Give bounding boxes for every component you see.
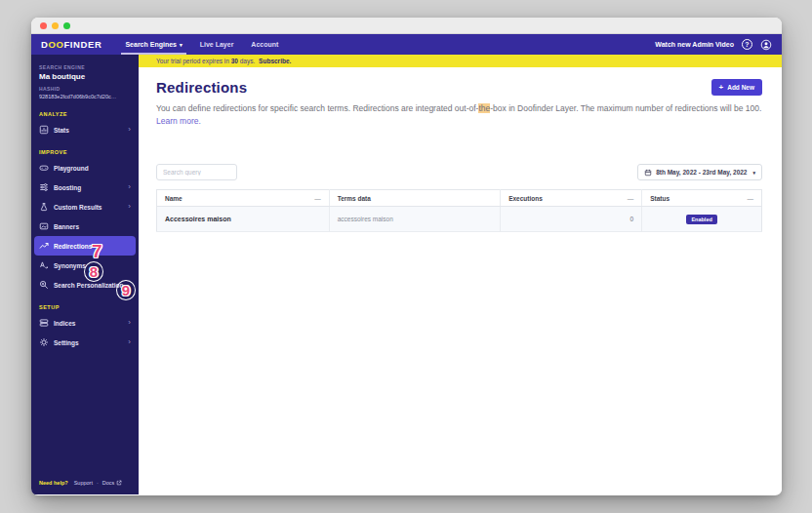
search-highlight: the [478, 103, 490, 113]
logo-rest: FINDER [63, 39, 102, 50]
section-header-setup: SETUP [31, 304, 139, 310]
stats-icon [39, 125, 49, 135]
profile-icon[interactable] [760, 39, 772, 51]
nav-live-layer[interactable]: Live Layer [200, 34, 234, 55]
macos-titlebar [31, 18, 782, 34]
nav-account[interactable]: Account [251, 34, 278, 55]
chevron-right-icon: › [128, 183, 131, 191]
minimize-window-button[interactable] [52, 22, 59, 29]
sidebar-item-indices[interactable]: Indices › [31, 313, 139, 333]
sidebar-item-label: Banners [54, 223, 131, 230]
chevron-right-icon: › [128, 203, 131, 211]
trial-days: 30 [231, 58, 238, 64]
description-text: You can define redirections for specific… [156, 103, 478, 113]
search-personalization-icon [39, 280, 49, 290]
sort-icon[interactable]: — [628, 195, 634, 202]
table-header-row: Name— Terms data Executions— Status— [157, 190, 762, 207]
trial-text-2: days. [238, 58, 257, 64]
sidebar-item-stats[interactable]: Stats › [31, 120, 139, 139]
column-header-name[interactable]: Name— [157, 190, 330, 207]
column-header-executions[interactable]: Executions— [501, 190, 642, 207]
hashid-value: 928183e2fcd7d06b9c0c7d20c… [39, 94, 131, 99]
nav-label: Search Engines [125, 41, 177, 48]
sidebar-item-custom-results[interactable]: Custom Results › [31, 197, 139, 217]
learn-more-link[interactable]: Learn more. [156, 116, 201, 126]
row-name-cell: Accessoires maison [157, 207, 330, 232]
watch-admin-video-link[interactable]: Watch new Admin Video [655, 41, 734, 48]
table-row[interactable]: Accessoires maison accessoires maison 0 … [157, 207, 762, 232]
custom-results-icon [39, 202, 49, 212]
docs-label: Docs [102, 480, 115, 486]
hashid-label: HASHID [39, 86, 131, 92]
plus-icon: + [719, 83, 724, 92]
annotation-marker-7: 7 [92, 242, 102, 260]
indices-icon [39, 318, 49, 328]
search-engine-label: SEARCH ENGINE [39, 64, 131, 70]
search-engine-name: Ma boutique [39, 72, 131, 81]
doofinder-logo[interactable]: DOOFINDER [41, 39, 102, 50]
column-label: Terms data [338, 195, 371, 202]
date-range-picker[interactable]: 8th May, 2022 - 23rd May, 2022 ▾ [637, 164, 762, 180]
sidebar-item-label: Playground [54, 165, 131, 172]
sidebar-item-label: Indices [54, 320, 123, 327]
banners-icon [39, 221, 49, 231]
chevron-right-icon: › [128, 319, 131, 327]
trial-banner: Your trial period expires in 30 days. Su… [139, 55, 782, 67]
sidebar-item-label: Custom Results [54, 204, 123, 211]
row-executions-cell: 0 [501, 207, 642, 232]
sidebar-item-label: Stats [54, 127, 123, 134]
close-window-button[interactable] [40, 22, 47, 29]
settings-icon [39, 337, 49, 347]
sidebar-item-playground[interactable]: Playground [31, 158, 139, 178]
docs-link[interactable]: Docs [102, 480, 123, 486]
sidebar-item-redirections[interactable]: Redirections [34, 236, 136, 256]
add-new-button[interactable]: + Add New [711, 79, 762, 96]
sidebar-item-boosting[interactable]: Boosting › [31, 178, 139, 197]
date-range-label: 8th May, 2022 - 23rd May, 2022 [656, 169, 747, 176]
redirections-icon [39, 241, 49, 251]
sidebar-item-label: Boosting [54, 184, 123, 191]
column-label: Status [650, 195, 670, 202]
chevron-down-icon: ▾ [180, 42, 183, 48]
sidebar-item-settings[interactable]: Settings › [31, 333, 139, 352]
subscribe-link[interactable]: Subscribe. [259, 58, 291, 64]
sidebar-item-label: Settings [54, 339, 123, 346]
description-text-2: -box in Doofinder Layer. The maximum num… [490, 103, 761, 113]
main-panel: Your trial period expires in 30 days. Su… [139, 55, 782, 494]
sidebar-menu: ANALYZE Stats › IMPROVE Playground [31, 111, 139, 352]
page-description: You can define redirections for specific… [156, 102, 762, 128]
footer-separator: · [97, 480, 99, 486]
page-title: Redirections [156, 79, 247, 96]
search-query-input[interactable] [156, 164, 237, 180]
sidebar-item-banners[interactable]: Banners [31, 217, 139, 236]
nav-label: Live Layer [200, 41, 234, 48]
section-header-analyze: ANALYZE [31, 111, 139, 117]
chevron-right-icon: › [128, 338, 131, 346]
add-new-label: Add New [727, 84, 754, 91]
playground-icon [39, 163, 49, 173]
chevron-down-icon: ▾ [752, 170, 755, 176]
external-link-icon [116, 480, 122, 486]
status-badge: Enabled [686, 215, 716, 224]
support-link[interactable]: Support [74, 480, 93, 486]
trial-text: Your trial period expires in [156, 58, 231, 64]
zoom-window-button[interactable] [63, 22, 70, 29]
help-icon[interactable]: ? [742, 39, 752, 50]
top-navbar: DOOFINDER Search Engines ▾ Live Layer Ac… [31, 34, 782, 55]
column-label: Executions [508, 195, 543, 202]
calendar-icon [644, 169, 652, 177]
sort-icon[interactable]: — [748, 195, 754, 202]
sort-icon[interactable]: — [314, 195, 321, 202]
need-help-label: Need help? [39, 480, 68, 486]
logo-oo: OO [48, 39, 63, 50]
nav-label: Account [251, 41, 278, 48]
nav-search-engines[interactable]: Search Engines ▾ [125, 34, 182, 55]
redirections-table: Name— Terms data Executions— Status— Acc… [156, 189, 762, 232]
column-header-terms-data: Terms data [329, 190, 500, 207]
app-window: DOOFINDER Search Engines ▾ Live Layer Ac… [31, 18, 782, 495]
row-terms-cell: accessoires maison [329, 207, 500, 232]
synonyms-icon [39, 260, 49, 270]
boosting-icon [39, 182, 49, 192]
chevron-right-icon: › [128, 126, 131, 134]
column-header-status[interactable]: Status— [642, 190, 762, 207]
